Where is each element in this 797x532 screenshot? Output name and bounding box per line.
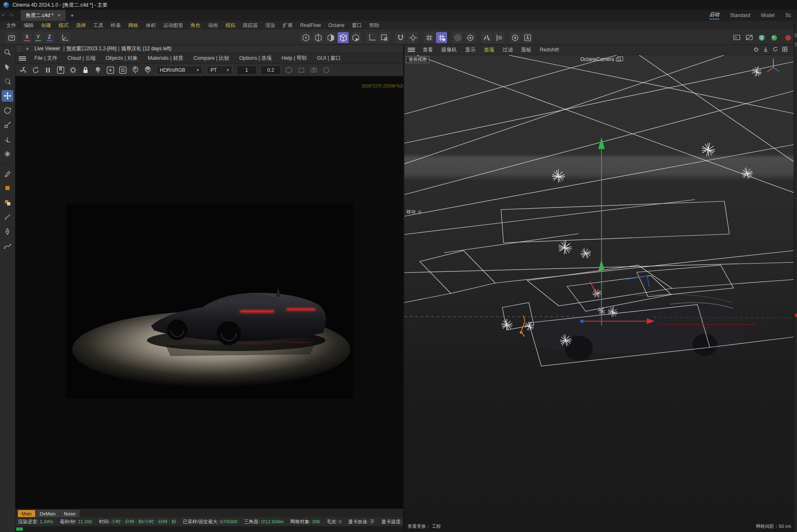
refresh-render-icon[interactable]	[30, 65, 41, 76]
live-viewer-menu-item[interactable]: Cloud | 云端	[62, 55, 100, 62]
render-settings-icon[interactable]	[756, 32, 767, 43]
live-viewer-menu-item[interactable]: GUI | 窗口	[312, 55, 345, 62]
edge-mode-icon[interactable]	[313, 32, 324, 43]
region-ratio-field[interactable]: 0.2	[261, 66, 281, 75]
live-viewer-menu-item[interactable]: Compare | 比较	[188, 55, 235, 62]
texture-mode-icon[interactable]	[350, 32, 361, 43]
isolate-object-icon[interactable]	[509, 32, 521, 43]
hamburger-icon[interactable]	[19, 56, 26, 61]
minimize-view-icon[interactable]	[763, 46, 769, 54]
layout-item[interactable]: Sc	[785, 12, 791, 18]
workplane-icon[interactable]	[366, 32, 377, 43]
refresh-view-icon[interactable]	[772, 46, 778, 54]
viewport-menu-item[interactable]: 摄像机	[437, 46, 461, 54]
panel-grip[interactable]	[17, 46, 20, 52]
mirror-tool-icon[interactable]	[481, 32, 492, 43]
document-tab[interactable]: 角度二.c4d * ×	[21, 10, 66, 21]
y-axis-lock-button[interactable]: Y	[33, 32, 43, 43]
render-pass-tab[interactable]: Main	[18, 510, 35, 517]
close-tab-icon[interactable]: ×	[58, 12, 61, 18]
axis-center-icon[interactable]	[407, 32, 418, 43]
render-picture-viewer-icon[interactable]	[743, 32, 755, 43]
pen-tool-icon[interactable]	[2, 168, 13, 179]
render-view-icon[interactable]	[731, 32, 742, 43]
tweak-settings-icon[interactable]	[493, 32, 504, 43]
pan-hand-icon[interactable]	[753, 46, 759, 54]
focus-pin-icon[interactable]: F	[130, 65, 141, 76]
menu-item[interactable]: 体积	[142, 22, 159, 29]
undo-icon[interactable]: ↶	[0, 12, 7, 19]
sphere-preview-icon[interactable]	[321, 65, 332, 76]
viewport-solo-icon[interactable]	[379, 32, 390, 43]
viewport-menu-item[interactable]: Redshift	[536, 47, 563, 53]
z-axis-lock-button[interactable]: Z	[44, 32, 54, 43]
region-render-icon[interactable]: R	[55, 65, 66, 76]
viewport-menu-item[interactable]: 查看	[418, 46, 437, 54]
menu-item[interactable]: 样条	[107, 22, 125, 29]
clay-mode-icon[interactable]	[117, 65, 128, 76]
hamburger-icon[interactable]	[408, 48, 415, 52]
live-viewer-menu-item[interactable]: Options | 选项	[234, 55, 276, 62]
menu-item[interactable]: 模式	[55, 22, 72, 29]
alert-icon[interactable]	[781, 32, 792, 43]
magnet-snap-icon[interactable]	[395, 32, 406, 43]
kernel-select[interactable]: PT ▾	[207, 66, 232, 75]
menu-item[interactable]: 编辑	[20, 22, 37, 29]
objects-export-icon[interactable]	[284, 65, 294, 76]
render-pass-tab[interactable]: Noise	[60, 510, 79, 517]
rotate-tool-icon[interactable]	[2, 105, 13, 116]
live-selection-icon[interactable]	[2, 76, 13, 87]
menu-item[interactable]: 网格	[125, 22, 142, 29]
focus-picker-icon[interactable]	[93, 65, 103, 76]
close-panel-icon[interactable]: ×	[24, 46, 30, 52]
snap-star-icon[interactable]	[2, 148, 13, 160]
new-tab-button[interactable]: +	[71, 12, 74, 19]
add-region-icon[interactable]	[105, 65, 116, 76]
model-mode-icon[interactable]	[337, 32, 349, 43]
layout-item[interactable]: Model	[761, 12, 775, 18]
menu-item[interactable]: 文件	[2, 22, 20, 29]
menu-item[interactable]: 工具	[90, 22, 107, 29]
octane-live-icon[interactable]	[768, 32, 780, 43]
menu-item[interactable]: 窗口	[348, 22, 366, 29]
modeling-settings-icon[interactable]	[465, 32, 476, 43]
subsample-field[interactable]: 1	[237, 66, 257, 75]
menu-item[interactable]: 动画	[204, 22, 222, 29]
viewport-menu-item[interactable]: 过滤	[499, 46, 517, 54]
colorspace-select[interactable]: HDR/sRGB ▾	[156, 66, 203, 75]
viewer-settings-gear-icon[interactable]	[68, 65, 78, 76]
menu-item[interactable]: 角色	[187, 22, 204, 29]
menu-item[interactable]: 运动图形	[159, 22, 187, 29]
quad-view-icon[interactable]	[782, 46, 788, 54]
snap-grid-icon[interactable]	[423, 32, 435, 43]
camera-label[interactable]: OctaneCamera	[580, 56, 621, 62]
redo-icon[interactable]: ↷	[7, 12, 15, 19]
live-viewer-menu-item[interactable]: File | 文件	[29, 55, 62, 62]
viewport-menu-item[interactable]: 选项	[480, 46, 499, 54]
layout-item[interactable]: Standard	[730, 12, 751, 18]
material-pin-icon[interactable]: M	[142, 65, 153, 76]
knife-tool-icon[interactable]	[2, 211, 13, 223]
coordinate-system-icon[interactable]	[59, 32, 71, 43]
menu-item[interactable]: 模拟	[222, 22, 239, 29]
quantize-grid-icon[interactable]	[436, 32, 447, 43]
layout-item[interactable]: 启动	[709, 11, 719, 20]
menu-item[interactable]: 扩展	[279, 22, 296, 29]
live-viewer-menu-item[interactable]: Help | 帮助	[277, 55, 312, 62]
spline-tool-icon[interactable]	[2, 240, 13, 252]
live-viewer-menu-item[interactable]: Materials | 材质	[143, 55, 188, 62]
render-pass-tab[interactable]: DeMain	[36, 510, 59, 517]
viewport-menu-item[interactable]: 显示	[461, 46, 480, 54]
zoom-tool-icon[interactable]	[2, 46, 13, 58]
menu-item[interactable]: 帮助	[366, 22, 383, 29]
pen-nib-icon[interactable]	[2, 226, 13, 237]
viewport-menu-item[interactable]: 面板	[517, 46, 536, 54]
lock-resolution-icon[interactable]	[80, 65, 91, 76]
view-type-label[interactable]: 透视视图	[406, 56, 429, 63]
x-axis-lock-button[interactable]: X	[22, 32, 32, 43]
menu-item[interactable]: 跟踪器	[239, 22, 262, 29]
axis-handle-icon[interactable]	[2, 134, 13, 145]
render-canvas[interactable]: 3500*2375 ZOOM:%20	[15, 76, 403, 509]
menu-item[interactable]: Octane	[325, 22, 348, 28]
swatch-pair-icon[interactable]	[2, 197, 13, 208]
